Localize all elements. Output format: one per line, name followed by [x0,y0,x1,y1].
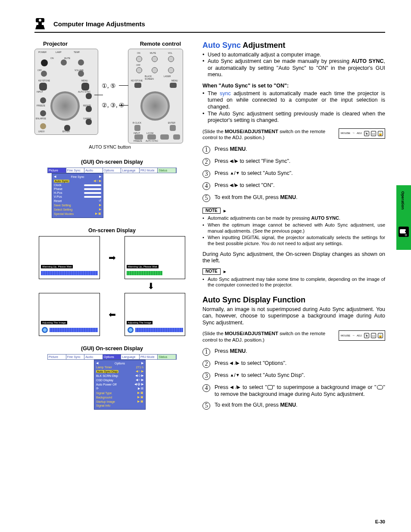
options-dropdown: ◀Options▶ Lamp Timer271 h Auto Sync Disp… [94,360,146,410]
when-on-subhead: When "Auto Sync" is set to "ON": [202,83,385,90]
slide-switch-note: (Slide the MOUSE/ADJUSTMENT switch on th… [202,330,385,343]
menu-tab: Options [103,168,121,173]
mouse-adj-switch-icon: MOUSE→ADJ. 🖱▭🔒 [339,128,385,139]
right-column: Auto Sync Adjustment Used to automatical… [202,40,385,415]
osd-heading: On-screen Display [34,227,190,233]
menu-tab: Status [158,355,176,359]
note-item: When the optimum image cannot be achieve… [202,222,385,234]
gui-menu-strip-2: Picture Fine Sync Audio Options Language… [47,354,177,360]
slide-switch-note: (Slide the MOUSE/ADJUSTMENT switch on th… [202,128,385,141]
step-text: Press ▲/▼ to select "Auto Sync Disp". [215,372,385,379]
step-text: Press ▲/▼ to select "Auto Sync". [215,170,385,177]
para-b: Normally, an image is not superimposed d… [202,306,385,327]
mid-paragraph: During Auto Sync adjustment, the On-scre… [202,251,385,264]
side-tab-operation: Operation 0 [396,185,411,250]
menu-tab: Audio [84,168,103,173]
gui-menu-strip-1: Picture Fine Sync Audio Options Language… [47,168,177,173]
step-text: Press MENU. [215,146,385,153]
when-on-bullet: The sync adjustment is automatically mad… [202,90,385,111]
arrow-down-icon: ⬇ [116,281,185,291]
menu-tab: Fine Sync [66,355,85,359]
step-text: Press ◀/▶ to select "Fine Sync". [215,158,385,165]
note-label: NOTE [202,208,221,214]
remote-label: Remote control [140,40,181,47]
step-text: To exit from the GUI, press MENU. [215,402,385,409]
fine-sync-dropdown: ◀Fine Sync▶ Auto Sync◀ ○ ▶ Clock Phase H… [52,173,103,218]
remote-illustration: ON MUTE VOL OFF BLACKSCREEN LASER KEYSTO… [128,49,183,143]
svg-point-4 [405,230,407,232]
menu-tab: Language [121,168,140,173]
section-heading-auto-sync: Auto Sync Adjustment [202,40,385,50]
projector-section-icon [34,17,46,30]
menu-tab: Picture [48,355,66,359]
osd-frame: Warming Up, Please Wait [39,236,100,279]
note-item: Automatic adjustments can be made by pre… [202,215,385,221]
page-header: Computer Image Adjustments [34,17,385,33]
left-column: Projector Remote control POWER LAMP TEMP… [34,40,190,415]
svg-text:0: 0 [405,233,407,237]
menu-tab: Status [158,168,176,173]
step-text: Press ◀ /▶ to select "Options". [215,360,385,367]
autosync-button-label: AUTO SYNC button [86,144,134,149]
menu-tab: Audio [84,355,103,359]
step-text: Press ◀/▶ to select "ON". [215,182,385,189]
intro-bullet: Auto Sync adjustment can be made manuall… [202,58,385,78]
svg-rect-2 [38,22,42,25]
side-tab-label: Operation [401,191,405,210]
gui-osd-heading-2: (GUI) On-screen Display [34,345,190,352]
picture-icon [268,385,273,389]
note-item: When inputting DIGITAL signal, the proje… [202,235,385,247]
when-on-bullet: The Auto Sync adjustment setting previou… [202,111,385,124]
osd-frame: Adjusting The Image [39,293,100,336]
page-title: Computer Image Adjustments [53,20,145,28]
section-heading-auto-sync-display: Auto Sync Display Function [202,295,385,305]
osd-frame: Warming Up, Please Wait [125,236,186,279]
auto-sync-link[interactable]: Auto Sync [202,41,241,50]
mouse-adj-switch-icon: MOUSE→ADJ. 🖱▭🔒 [339,330,385,341]
page-number: E-30 [375,519,385,524]
menu-tab: Picture [48,168,66,173]
svg-point-1 [39,19,41,22]
gui-osd-heading-1: (GUI) On-screen Display [34,159,190,165]
menu-tab: Language [121,355,140,359]
notes-list-a: Automatic adjustments can be made by pre… [202,215,385,247]
projector-illustration: POWER LAMP TEMP. [34,49,98,135]
cloud-icon [377,385,383,389]
steps-list-a: 1Press MENU. 2Press ◀/▶ to select "Fine … [202,146,385,202]
menu-tab: PRJ Mode [140,168,158,173]
arrow-left-icon: ➡ [109,309,116,320]
menu-tab: Fine Sync [66,168,85,173]
sync-link[interactable]: sync [220,90,231,96]
projector-label: Projector [43,40,68,47]
osd-frame: Adjusting The Image [125,293,186,336]
steps-list-b: 1Press MENU. 2Press ◀ /▶ to select "Opti… [202,348,385,410]
step-text: Press ◀ /▶ to select "" to superimpose a… [215,384,385,398]
arrow-right-icon: ➡ [109,252,116,263]
menu-tab: PRJ Mode [140,355,158,359]
callout-1-5: ①, ⑤ [102,82,125,90]
step-text: To exit from the GUI, press MENU. [215,194,385,201]
notes-list-b: Auto Sync adjustment may take some time … [202,277,385,289]
menu-tab: Options [103,355,121,359]
step-text: Press MENU. [215,348,385,355]
note-label: NOTE [202,268,221,275]
operation-projector-icon: 0 [399,227,409,237]
note-item: Auto Sync adjustment may take some time … [202,277,385,289]
intro-bullet: Used to automatically adjust a computer … [202,52,385,59]
osd-sequence: Warming Up, Please Wait ➡ Warming Up, Pl… [39,236,185,336]
